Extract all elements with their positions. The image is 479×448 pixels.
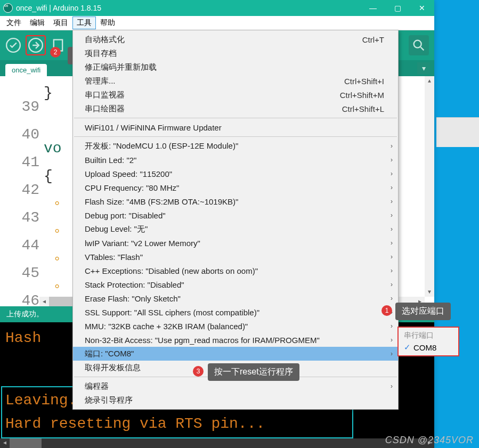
menubar: 文件 编辑 项目 工具 帮助 [0,16,434,30]
chevron-right-icon: › [391,350,393,357]
tab-dropdown-button[interactable]: ▾ [417,62,430,74]
menu-item-manage-libs[interactable]: 管理库...Ctrl+Shift+I [73,74,398,88]
chevron-right-icon: › [391,336,393,344]
code-dot: ◦ [53,223,62,240]
menu-item-builtin-led[interactable]: Builtin Led: "2"› [73,153,398,167]
menu-item-serial-monitor[interactable]: 串口监视器Ctrl+Shift+M [73,88,398,102]
chevron-right-icon: › [391,253,393,260]
scroll-down-icon[interactable]: ▼ [425,287,434,297]
console-line: Hard resetting via RTS pin... [5,412,352,436]
menu-item-debug-port[interactable]: Debug port: "Disabled"› [73,208,398,222]
menu-item-lwip[interactable]: lwIP Variant: "v2 Lower Memory"› [73,236,398,250]
menu-item-upload-speed[interactable]: Upload Speed: "115200"› [73,167,398,181]
app-icon [3,3,13,13]
menu-separator [74,118,397,118]
svg-point-3 [414,40,421,48]
line-number: 40 [0,121,39,149]
line-gutter: 39 40 41 42 43 44 45 46 [0,76,44,306]
menu-item-fix-encoding[interactable]: 修正编码并重新加载 [73,60,398,74]
check-icon: ✓ [404,343,413,352]
maximize-button[interactable]: ▢ [385,0,410,16]
status-text: 上传成功。 [6,309,44,319]
menu-item-port[interactable]: 端口: "COM8"› [73,347,398,361]
chevron-right-icon: › [391,382,393,390]
menu-item-serial-plotter[interactable]: 串口绘图器Ctrl+Shift+L [73,102,398,116]
scroll-left-icon[interactable]: ◀ [0,438,10,448]
code-dot: ◦ [53,251,62,267]
port-label: COM8 [413,343,436,352]
line-number: 41 [0,149,39,176]
menu-item-debug-level[interactable]: Debug Level: "无"› [73,222,398,236]
menu-tools[interactable]: 工具 [72,17,96,29]
scroll-left-icon[interactable]: ◀ [39,297,49,306]
menu-edit[interactable]: 编辑 [26,17,49,29]
upload-button[interactable] [26,35,46,55]
check-icon [6,38,21,53]
verify-button[interactable] [3,35,23,55]
menu-item-cpp-exceptions[interactable]: C++ Exceptions: "Disabled (new aborts on… [73,264,398,278]
annotation-label-3: 按一下reset运行程序 [208,363,299,381]
chevron-right-icon: › [391,239,393,247]
chevron-right-icon: › [391,225,393,233]
minimize-button[interactable]: — [361,0,385,16]
line-number: 42 [0,176,39,204]
menu-item-vtables[interactable]: VTables: "Flash"› [73,250,398,264]
submenu-header: 串行端口 [399,330,458,341]
menu-item-fw-updater[interactable]: WiFi101 / WiFiNINA Firmware Updater [73,120,398,134]
menu-item-erase-flash[interactable]: Erase Flash: "Only Sketch"› [73,291,398,305]
menu-sketch[interactable]: 项目 [49,17,72,29]
chevron-right-icon: › [391,184,393,191]
editor-vscrollbar[interactable]: ▲ ▼ [425,76,434,297]
scroll-up-icon[interactable]: ▲ [425,76,434,86]
close-button[interactable]: ✕ [410,0,434,16]
menu-item-non32[interactable]: Non-32-Bit Access: "Use pgm_read macros … [73,333,398,347]
taskbar-fragment [436,117,479,147]
caret-down-icon: ▾ [422,64,426,72]
menu-item-cpu-freq[interactable]: CPU Frequency: "80 MHz"› [73,181,398,194]
line-number: 44 [0,232,39,259]
arrow-right-icon [28,38,43,53]
annotation-label-1: 选对应端口 [395,303,451,320]
scroll-thumb[interactable] [10,438,42,448]
chevron-right-icon: › [391,295,393,302]
code-text: } [44,85,53,101]
titlebar[interactable]: once_wifi | Arduino 1.8.15 — ▢ ✕ [0,0,434,16]
window-title: once_wifi | Arduino 1.8.15 [16,4,361,12]
chevron-right-icon: › [391,211,393,219]
console-hscrollbar[interactable]: ◀ ▶ [0,438,434,448]
scroll-track[interactable] [425,86,434,287]
line-number: 46 [0,287,39,306]
menu-item-programmer[interactable]: 编程器› [73,379,398,393]
menu-separator [74,136,397,137]
menu-item-auto-format[interactable]: 自动格式化Ctrl+T [73,32,398,46]
menu-help[interactable]: 帮助 [96,17,119,29]
menu-item-archive[interactable]: 项目存档 [73,46,398,60]
menu-item-stack-protection[interactable]: Stack Protection: "Disabled"› [73,278,398,291]
chevron-right-icon: › [391,156,393,164]
menu-item-board[interactable]: 开发板: "NodeMCU 1.0 (ESP-12E Module)"› [73,139,398,153]
line-number: 43 [0,204,39,232]
code-text: { [44,168,53,184]
magnifier-icon [411,38,426,53]
annotation-badge-1: 1 [381,305,392,316]
line-number: 45 [0,259,39,287]
port-submenu: 串行端口 ✓ COM8 [397,327,459,356]
code-text: vo [44,140,62,157]
menu-item-flash-size[interactable]: Flash Size: "4MB (FS:2MB OTA:~1019KB)"› [73,194,398,208]
annotation-badge-2: 2 [50,47,61,58]
chevron-right-icon: › [391,267,393,274]
line-number: 39 [0,93,39,121]
code-dot: ◦ [53,279,62,295]
chevron-right-icon: › [391,142,393,150]
menu-file[interactable]: 文件 [2,17,26,29]
port-option-com8[interactable]: ✓ COM8 [399,341,458,353]
chevron-right-icon: › [391,281,393,288]
tools-dropdown: 自动格式化Ctrl+T 项目存档 修正编码并重新加载 管理库...Ctrl+Sh… [72,30,399,410]
menu-item-mmu[interactable]: MMU: "32KB cache + 32KB IRAM (balanced)"… [73,319,398,333]
serial-monitor-button[interactable] [409,35,429,55]
tab-once-wifi[interactable]: once_wifi [5,64,47,76]
menu-item-ssl[interactable]: SSL Support: "All SSL ciphers (most comp… [73,305,398,319]
scroll-right-icon[interactable]: ▶ [425,438,434,448]
chevron-right-icon: › [391,198,393,205]
menu-item-burn-bootloader[interactable]: 烧录引导程序 [73,393,398,407]
